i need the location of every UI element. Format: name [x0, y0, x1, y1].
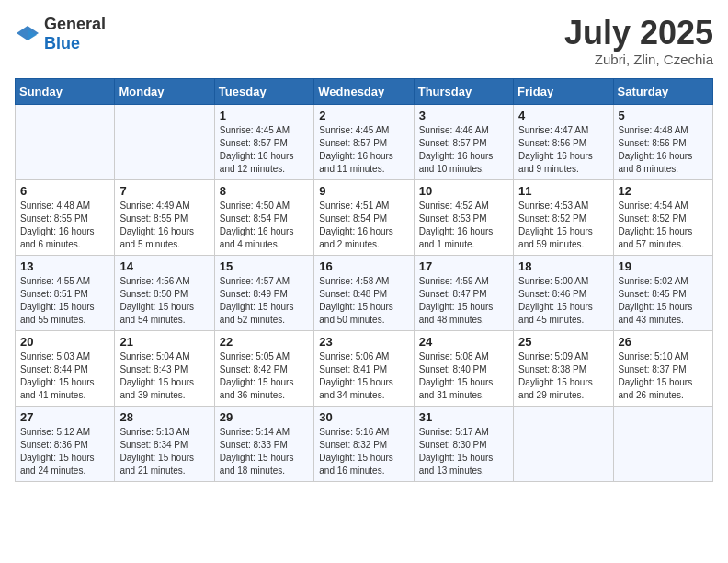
day-info: Sunrise: 5:12 AM Sunset: 8:36 PM Dayligh…	[20, 426, 109, 477]
calendar-cell: 20Sunrise: 5:03 AM Sunset: 8:44 PM Dayli…	[16, 330, 115, 406]
calendar-cell: 25Sunrise: 5:09 AM Sunset: 8:38 PM Dayli…	[514, 330, 613, 406]
calendar-cell	[115, 104, 214, 179]
day-info: Sunrise: 5:06 AM Sunset: 8:41 PM Dayligh…	[319, 350, 408, 402]
calendar-cell: 15Sunrise: 4:57 AM Sunset: 8:49 PM Dayli…	[214, 255, 313, 330]
day-info: Sunrise: 4:45 AM Sunset: 8:57 PM Dayligh…	[220, 124, 309, 176]
day-number: 11	[518, 184, 608, 198]
calendar-cell: 11Sunrise: 4:53 AM Sunset: 8:52 PM Dayli…	[514, 179, 613, 255]
day-number: 12	[619, 184, 708, 198]
calendar-cell: 28Sunrise: 5:13 AM Sunset: 8:34 PM Dayli…	[115, 406, 214, 481]
day-number: 26	[619, 335, 708, 349]
calendar-cell: 9Sunrise: 4:51 AM Sunset: 8:54 PM Daylig…	[314, 179, 414, 255]
day-info: Sunrise: 5:00 AM Sunset: 8:46 PM Dayligh…	[518, 275, 608, 327]
logo: General Blue	[15, 15, 106, 53]
day-info: Sunrise: 4:58 AM Sunset: 8:48 PM Dayligh…	[319, 275, 408, 327]
calendar-week-row: 27Sunrise: 5:12 AM Sunset: 8:36 PM Dayli…	[16, 406, 713, 481]
day-number: 16	[319, 259, 408, 273]
calendar-cell: 13Sunrise: 4:55 AM Sunset: 8:51 PM Dayli…	[16, 255, 115, 330]
day-info: Sunrise: 5:13 AM Sunset: 8:34 PM Dayligh…	[119, 426, 209, 477]
calendar-week-row: 13Sunrise: 4:55 AM Sunset: 8:51 PM Dayli…	[16, 255, 713, 330]
day-number: 20	[20, 335, 109, 349]
day-info: Sunrise: 4:56 AM Sunset: 8:50 PM Dayligh…	[119, 275, 209, 327]
day-number: 15	[220, 259, 309, 273]
calendar-cell: 24Sunrise: 5:08 AM Sunset: 8:40 PM Dayli…	[414, 330, 513, 406]
calendar-cell: 19Sunrise: 5:02 AM Sunset: 8:45 PM Dayli…	[613, 255, 712, 330]
day-number: 6	[20, 184, 109, 198]
calendar-cell	[514, 406, 613, 481]
day-number: 22	[220, 335, 309, 349]
calendar-week-row: 20Sunrise: 5:03 AM Sunset: 8:44 PM Dayli…	[16, 330, 713, 406]
page-header: General Blue July 2025 Zubri, Zlin, Czec…	[15, 15, 713, 67]
logo-icon	[15, 24, 40, 44]
calendar-cell: 21Sunrise: 5:04 AM Sunset: 8:43 PM Dayli…	[115, 330, 214, 406]
logo-blue: Blue	[44, 34, 80, 52]
day-info: Sunrise: 4:47 AM Sunset: 8:56 PM Dayligh…	[518, 124, 608, 176]
day-number: 10	[419, 184, 508, 198]
calendar-cell: 1Sunrise: 4:45 AM Sunset: 8:57 PM Daylig…	[214, 104, 313, 179]
day-number: 7	[119, 184, 209, 198]
day-info: Sunrise: 5:10 AM Sunset: 8:37 PM Dayligh…	[619, 350, 708, 402]
weekday-header-row: SundayMondayTuesdayWednesdayThursdayFrid…	[16, 78, 713, 104]
calendar-cell: 23Sunrise: 5:06 AM Sunset: 8:41 PM Dayli…	[314, 330, 414, 406]
day-info: Sunrise: 4:48 AM Sunset: 8:56 PM Dayligh…	[619, 124, 708, 176]
day-info: Sunrise: 5:09 AM Sunset: 8:38 PM Dayligh…	[518, 350, 608, 402]
calendar-cell: 16Sunrise: 4:58 AM Sunset: 8:48 PM Dayli…	[314, 255, 414, 330]
calendar-cell: 18Sunrise: 5:00 AM Sunset: 8:46 PM Dayli…	[514, 255, 613, 330]
day-info: Sunrise: 5:14 AM Sunset: 8:33 PM Dayligh…	[220, 426, 309, 477]
calendar-cell: 27Sunrise: 5:12 AM Sunset: 8:36 PM Dayli…	[16, 406, 115, 481]
weekday-header-friday: Friday	[514, 78, 613, 104]
calendar-cell: 30Sunrise: 5:16 AM Sunset: 8:32 PM Dayli…	[314, 406, 414, 481]
day-info: Sunrise: 4:55 AM Sunset: 8:51 PM Dayligh…	[20, 275, 109, 327]
weekday-header-saturday: Saturday	[613, 78, 712, 104]
logo-general: General	[44, 15, 106, 33]
day-number: 27	[20, 410, 109, 424]
day-info: Sunrise: 5:02 AM Sunset: 8:45 PM Dayligh…	[619, 275, 708, 327]
day-info: Sunrise: 5:03 AM Sunset: 8:44 PM Dayligh…	[20, 350, 109, 402]
day-number: 1	[220, 109, 309, 122]
day-info: Sunrise: 4:52 AM Sunset: 8:53 PM Dayligh…	[419, 200, 508, 251]
title-block: July 2025 Zubri, Zlin, Czechia	[564, 15, 713, 67]
day-number: 3	[419, 109, 508, 122]
calendar-cell: 3Sunrise: 4:46 AM Sunset: 8:57 PM Daylig…	[414, 104, 513, 179]
day-info: Sunrise: 4:45 AM Sunset: 8:57 PM Dayligh…	[319, 124, 408, 176]
calendar-cell: 12Sunrise: 4:54 AM Sunset: 8:52 PM Dayli…	[613, 179, 712, 255]
day-info: Sunrise: 5:17 AM Sunset: 8:30 PM Dayligh…	[419, 426, 508, 477]
day-info: Sunrise: 4:53 AM Sunset: 8:52 PM Dayligh…	[518, 200, 608, 251]
day-number: 14	[119, 259, 209, 273]
calendar-cell: 2Sunrise: 4:45 AM Sunset: 8:57 PM Daylig…	[314, 104, 414, 179]
day-info: Sunrise: 5:08 AM Sunset: 8:40 PM Dayligh…	[419, 350, 508, 402]
day-number: 18	[518, 259, 608, 273]
day-info: Sunrise: 4:57 AM Sunset: 8:49 PM Dayligh…	[220, 275, 309, 327]
calendar-cell: 4Sunrise: 4:47 AM Sunset: 8:56 PM Daylig…	[514, 104, 613, 179]
day-info: Sunrise: 4:54 AM Sunset: 8:52 PM Dayligh…	[619, 200, 708, 251]
logo-text: General Blue	[44, 15, 106, 53]
calendar-cell: 7Sunrise: 4:49 AM Sunset: 8:55 PM Daylig…	[115, 179, 214, 255]
weekday-header-tuesday: Tuesday	[214, 78, 313, 104]
day-number: 31	[419, 410, 508, 424]
day-number: 17	[419, 259, 508, 273]
day-info: Sunrise: 4:51 AM Sunset: 8:54 PM Dayligh…	[319, 200, 408, 251]
month-title: July 2025	[564, 15, 713, 52]
calendar-week-row: 1Sunrise: 4:45 AM Sunset: 8:57 PM Daylig…	[16, 104, 713, 179]
day-number: 4	[518, 109, 608, 122]
day-info: Sunrise: 4:48 AM Sunset: 8:55 PM Dayligh…	[20, 200, 109, 251]
day-number: 9	[319, 184, 408, 198]
calendar-cell	[16, 104, 115, 179]
calendar-cell: 8Sunrise: 4:50 AM Sunset: 8:54 PM Daylig…	[214, 179, 313, 255]
calendar-cell	[613, 406, 712, 481]
calendar-cell: 6Sunrise: 4:48 AM Sunset: 8:55 PM Daylig…	[16, 179, 115, 255]
day-number: 2	[319, 109, 408, 122]
day-number: 19	[619, 259, 708, 273]
day-number: 24	[419, 335, 508, 349]
day-number: 29	[220, 410, 309, 424]
calendar-cell: 26Sunrise: 5:10 AM Sunset: 8:37 PM Dayli…	[613, 330, 712, 406]
day-info: Sunrise: 5:04 AM Sunset: 8:43 PM Dayligh…	[119, 350, 209, 402]
calendar-cell: 17Sunrise: 4:59 AM Sunset: 8:47 PM Dayli…	[414, 255, 513, 330]
day-number: 25	[518, 335, 608, 349]
calendar-body: 1Sunrise: 4:45 AM Sunset: 8:57 PM Daylig…	[16, 104, 713, 481]
calendar-cell: 5Sunrise: 4:48 AM Sunset: 8:56 PM Daylig…	[613, 104, 712, 179]
calendar-week-row: 6Sunrise: 4:48 AM Sunset: 8:55 PM Daylig…	[16, 179, 713, 255]
weekday-header-monday: Monday	[115, 78, 214, 104]
calendar-cell: 10Sunrise: 4:52 AM Sunset: 8:53 PM Dayli…	[414, 179, 513, 255]
day-info: Sunrise: 5:05 AM Sunset: 8:42 PM Dayligh…	[220, 350, 309, 402]
